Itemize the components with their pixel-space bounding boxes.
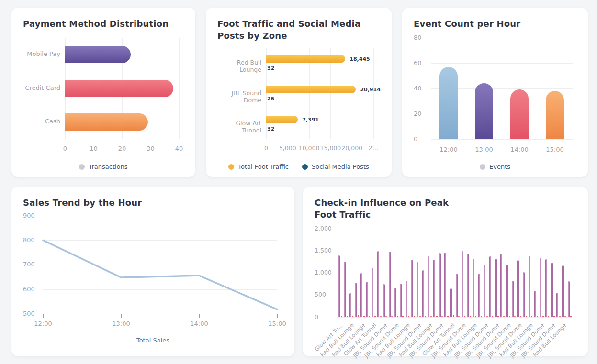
bar xyxy=(389,252,391,317)
legend-item-transactions[interactable]: Transactions xyxy=(79,163,127,170)
bar xyxy=(540,258,541,317)
bar xyxy=(545,259,547,317)
bar xyxy=(266,86,356,93)
checkin-bar xyxy=(352,316,353,317)
checkin-bar xyxy=(430,316,432,317)
grid-line xyxy=(337,229,572,229)
bar xyxy=(546,91,564,139)
bar xyxy=(266,55,345,63)
plot-area: 010203040 xyxy=(65,38,179,139)
checkin-bar xyxy=(453,315,454,317)
axis-tick-label: 0 xyxy=(63,145,67,152)
bar xyxy=(444,253,446,317)
payment-method-card: Payment Method Distribution 010203040Mob… xyxy=(11,8,195,177)
grid-line xyxy=(373,48,374,139)
axis-tick-label: 1,000 xyxy=(315,269,332,276)
events-legend-dot xyxy=(480,164,485,170)
bar xyxy=(517,260,519,317)
checkin-bar xyxy=(497,316,499,317)
axis-tick-label: 60 xyxy=(414,59,422,66)
category-label: Red Bull Lounge xyxy=(217,59,261,73)
foot-traffic-card: Foot Traffic and Social Media Posts by Z… xyxy=(206,8,392,177)
bar xyxy=(417,262,418,317)
payment-bar-chart: 010203040Mobile PayCredit CardCash xyxy=(23,38,184,157)
axis-tick-label: 80 xyxy=(414,34,422,41)
axis-tick-label: 600 xyxy=(23,286,35,293)
bar xyxy=(512,281,514,317)
bar xyxy=(489,256,491,317)
event-count-chart-title: Event Count per Hour xyxy=(414,18,572,30)
social-media-legend-dot xyxy=(302,164,308,170)
axis-tick-mark xyxy=(199,314,200,318)
axis-tick-label: 40 xyxy=(175,145,183,152)
axis-tick-label: 12:00 xyxy=(34,320,52,327)
grid-line xyxy=(431,38,573,38)
checkin-bar xyxy=(458,316,460,317)
checkin-bar xyxy=(520,316,521,317)
axis-tick-label: 0 xyxy=(264,144,268,152)
checkin-bar xyxy=(570,316,572,317)
category-label: Credit Card xyxy=(23,84,60,91)
axis-tick-label: 500 xyxy=(23,310,35,317)
value-label: 32 xyxy=(267,65,274,71)
events-legend-label: Events xyxy=(489,163,510,170)
bar xyxy=(65,80,173,97)
bar xyxy=(562,265,564,317)
checkin-bar xyxy=(419,316,421,317)
sales-trend-x-axis-label: Total Sales xyxy=(11,337,294,344)
grid-line xyxy=(337,251,572,251)
axis-tick-label: 10 xyxy=(90,145,98,152)
axis-tick-label: 30 xyxy=(146,145,155,152)
axis-tick-label: 0 xyxy=(414,135,417,143)
bar xyxy=(360,273,362,317)
bar xyxy=(439,67,458,139)
plot-area: 18,4453220,914267,3913205,00010,00015,00… xyxy=(266,48,373,139)
checkin-influence-card: Check-in Influence on Peak Foot Traffic … xyxy=(303,187,588,356)
axis-tick-label: 20 xyxy=(414,110,422,117)
category-label: Glow Art Tunnel xyxy=(217,120,261,134)
legend-item-events[interactable]: Events xyxy=(480,163,510,170)
bar xyxy=(355,283,357,317)
checkin-bar xyxy=(514,316,516,317)
bar xyxy=(495,259,497,317)
bar xyxy=(65,46,131,63)
legend-item-social-media-posts[interactable]: Social Media Posts xyxy=(302,163,369,170)
checkin-bar xyxy=(486,316,488,317)
value-label: 20,914 xyxy=(360,87,380,93)
legend-item-total-foot-traffic[interactable]: Total Foot Traffic xyxy=(228,163,289,170)
dashboard-top-row: Payment Method Distribution 010203040Mob… xyxy=(11,8,588,177)
checkin-bar xyxy=(341,316,342,317)
axis-tick-label: 2,000 xyxy=(315,225,332,232)
value-label: 32 xyxy=(267,126,274,132)
bar xyxy=(406,281,407,317)
axis-tick-label: 1,500 xyxy=(315,247,332,254)
checkin-bar xyxy=(470,316,471,317)
axis-tick-label: 13:00 xyxy=(112,320,130,327)
axis-tick-label: 14:00 xyxy=(510,146,528,153)
checkin-bar xyxy=(374,316,376,317)
value-label: 7,391 xyxy=(302,117,319,123)
checkin-bar xyxy=(436,316,438,317)
checkin-bar xyxy=(531,316,532,317)
axis-tick-label: 500 xyxy=(315,291,326,298)
checkin-bar xyxy=(553,316,555,317)
axis-tick-label: 15:00 xyxy=(268,320,286,327)
checkin-bar xyxy=(441,316,443,317)
axis-tick-label: 0 xyxy=(315,313,318,320)
category-label: JBL Sound Dome xyxy=(217,89,261,104)
sales-trend-line-chart: 12:0013:0014:0015:00500600700800900 xyxy=(23,216,283,333)
foot-traffic-legend-dot xyxy=(228,164,234,170)
grid-line xyxy=(431,63,573,64)
checkin-bar xyxy=(509,316,510,317)
bar xyxy=(383,284,385,317)
checkin-bar xyxy=(425,316,426,317)
axis-tick-label: 5,000 xyxy=(279,144,296,152)
category-label: Mobile Pay xyxy=(23,50,60,57)
checkin-bar xyxy=(464,316,465,317)
checkin-bar xyxy=(358,315,359,317)
bar xyxy=(349,293,351,317)
checkin-bar xyxy=(503,316,505,317)
checkin-chart-title: Check-in Influence on Peak Foot Traffic xyxy=(315,197,473,221)
bar xyxy=(428,256,429,317)
grid-line xyxy=(431,139,573,140)
